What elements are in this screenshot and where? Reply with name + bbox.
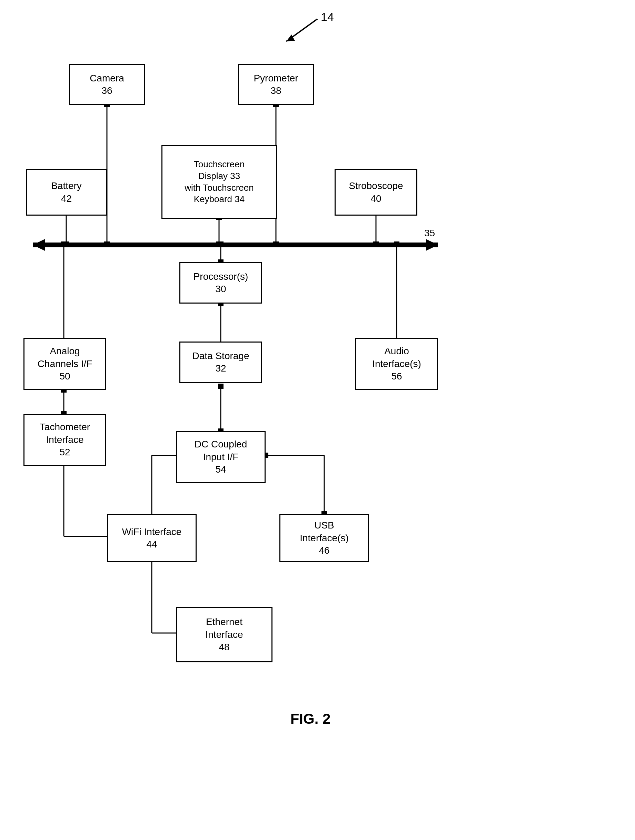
touchscreen-box: TouchscreenDisplay 33with TouchscreenKey… <box>161 145 277 219</box>
data-storage-box: Data Storage32 <box>179 341 262 383</box>
stroboscope-box: Stroboscope40 <box>335 169 417 216</box>
svg-rect-30 <box>61 242 66 247</box>
pyrometer-box: Pyrometer38 <box>238 64 314 105</box>
svg-marker-3 <box>33 239 45 251</box>
figure-label: FIG. 2 <box>242 711 379 727</box>
svg-line-0 <box>286 19 318 41</box>
svg-rect-36 <box>394 242 400 247</box>
ref-14-label: 14 <box>321 10 334 24</box>
svg-rect-6 <box>104 242 110 247</box>
analog-channels-box: AnalogChannels I/F50 <box>24 338 106 390</box>
dc-coupled-box: DC CoupledInput I/F54 <box>176 431 265 483</box>
audio-interface-box: AudioInterface(s)56 <box>355 338 438 390</box>
svg-rect-12 <box>63 242 69 247</box>
svg-rect-18 <box>373 242 379 247</box>
battery-box: Battery42 <box>26 169 107 216</box>
wifi-interface-box: WiFi Interface44 <box>107 514 197 562</box>
svg-marker-1 <box>286 35 295 41</box>
tachometer-box: TachometerInterface52 <box>24 414 106 466</box>
svg-rect-27 <box>218 384 224 389</box>
processors-box: Processor(s)30 <box>179 262 262 303</box>
svg-rect-21 <box>218 242 224 247</box>
ethernet-interface-box: EthernetInterface48 <box>176 607 272 662</box>
usb-interface-box: USBInterface(s)46 <box>280 514 369 562</box>
camera-box: Camera36 <box>69 64 145 105</box>
diagram-container: 14 35 Camera36 Pyrometer38 Battery42 Tou… <box>0 0 635 840</box>
ref-35-label: 35 <box>424 228 435 239</box>
svg-rect-15 <box>216 242 222 247</box>
svg-rect-9 <box>273 242 279 247</box>
svg-marker-4 <box>426 239 438 251</box>
